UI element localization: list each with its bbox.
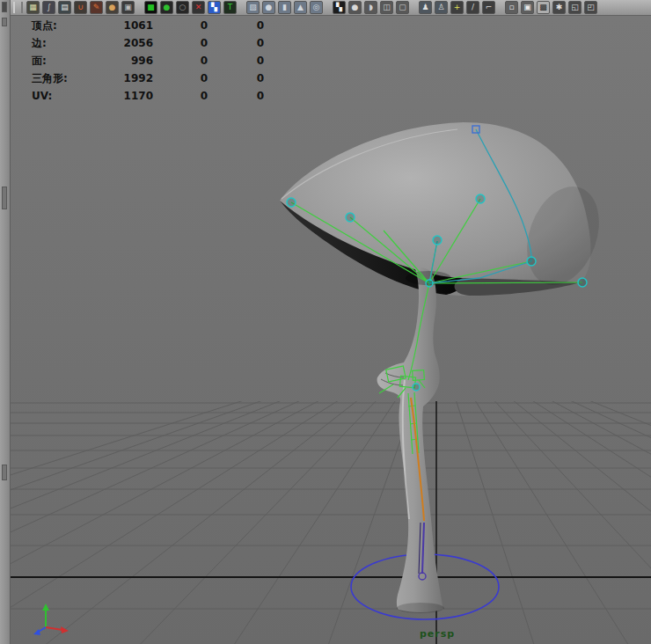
poly-sphere-icon[interactable]: ● [262,1,275,14]
blue-checker-icon[interactable]: ▚ [208,1,221,14]
poly-cube-icon[interactable]: ▧ [246,1,260,14]
toolbar-separator [326,1,330,14]
hud-value: 0 [153,72,208,84]
stamp-tool-icon[interactable]: ▣ [121,1,135,14]
shelf-toolbar: ▦∫▤∪✎●▣■●○✕▚T▧●▮▲◎▚●◗◫▢♟♙+/⌐▫▣▩✱◱◰ [11,0,651,16]
hud-value: 0 [208,72,264,84]
hud-value: 2056 [99,37,153,49]
half-dome-icon[interactable]: ◗ [364,1,377,14]
hud-value: 1170 [99,90,153,102]
mushroom-stem[interactable] [377,267,443,612]
bone-chain-icon[interactable]: / [466,1,479,14]
ik-handle-icon[interactable]: ⌐ [482,1,495,14]
bevel-cube-icon[interactable]: ▢ [396,1,409,14]
toolbar-separator [239,1,244,14]
curve-tool-icon[interactable]: ∫ [42,1,55,14]
character-model-icon[interactable]: ♟ [419,1,432,14]
view-axis-indicator [33,604,69,635]
hud-row: 三角形:199200 [32,70,264,87]
perspective-viewport[interactable]: 顶点:106100边:205600面:99600三角形:199200UV:117… [11,16,651,644]
hud-row: 面:99600 [32,52,264,70]
checker-texture-icon[interactable]: ▚ [333,1,346,14]
toolbar-separator [412,1,416,14]
camera-label[interactable]: persp [420,628,455,640]
poly-cone-icon[interactable]: ▲ [294,1,307,14]
x-axis-arrow [46,626,69,633]
shaded-sphere-icon[interactable]: ● [160,1,173,14]
hud-value: 0 [208,37,264,49]
hud-value: 1061 [99,19,153,32]
poly-torus-icon[interactable]: ◎ [310,1,323,14]
toolbar-separator [498,1,502,14]
hud-label: 顶点: [32,18,99,33]
mirror-geometry-icon[interactable]: ◫ [380,1,393,14]
text-tool-icon[interactable]: T [223,1,237,14]
render-view-icon[interactable]: ■ [144,1,157,14]
hud-value: 0 [153,90,208,102]
hud-label: 边: [32,36,99,51]
hud-row: UV:117000 [32,87,264,105]
smooth-sphere-icon[interactable]: ● [348,1,362,14]
hud-value: 0 [208,19,264,32]
main-column: ▦∫▤∪✎●▣■●○✕▚T▧●▮▲◎▚●◗◫▢♟♙+/⌐▫▣▩✱◱◰ [11,0,651,644]
delete-history-icon[interactable]: ✕ [192,1,205,14]
toolbar-separator [137,1,142,14]
strip-mark [2,187,7,209]
y-axis-arrow [42,604,49,627]
character-pose-icon[interactable]: ♙ [435,1,448,14]
world-axes [11,401,651,644]
hud-value: 1992 [99,72,153,84]
poly-cylinder-icon[interactable]: ▮ [278,1,291,14]
strip-top-icon[interactable] [2,2,7,12]
viewport-canvas [11,16,651,644]
hud-row: 顶点:106100 [32,17,264,34]
hud-value: 0 [153,55,208,67]
small-cube-icon[interactable]: ▫ [505,1,518,14]
hud-label: 三角形: [32,71,99,86]
z-axis-arrow [33,627,46,635]
toolbar-grip-handle[interactable] [13,2,23,13]
stacked-cubes-icon[interactable]: ▣ [521,1,534,14]
magnet-snap-icon[interactable]: ∪ [74,1,87,14]
hud-value: 0 [208,55,264,67]
grid-pattern-icon[interactable]: ▩ [537,1,550,14]
hud-row: 边:205600 [32,34,264,52]
sculpt-tool-icon[interactable]: ● [106,1,119,14]
page-icon[interactable]: ▤ [58,1,71,14]
poly-count-hud: 顶点:106100边:205600面:99600三角形:199200UV:117… [32,17,264,105]
export-box-icon[interactable]: ◱ [568,1,582,14]
hud-value: 0 [153,19,208,32]
hud-label: 面: [32,54,99,69]
maya-window: ▦∫▤∪✎●▣■●○✕▚T▧●▮▲◎▚●◗◫▢♟♙+/⌐▫▣▩✱◱◰ [0,0,651,644]
left-panel-strip[interactable] [0,0,11,644]
paint-brush-icon[interactable]: ✎ [90,1,103,14]
foot-shadow [397,603,444,613]
lattice-tool-icon[interactable]: ▦ [26,1,40,14]
strip-mark [2,18,7,26]
ground-grid [11,339,651,644]
scene-save-icon[interactable]: ◰ [584,1,597,14]
toolbar-icons: ▦∫▤∪✎●▣■●○✕▚T▧●▮▲◎▚●◗◫▢♟♙+/⌐▫▣▩✱◱◰ [26,1,597,14]
hud-value: 996 [99,55,153,67]
hud-value: 0 [208,90,264,102]
strip-mark [2,465,7,480]
hud-label: UV: [32,90,99,102]
skeleton-joint-icon[interactable]: + [450,1,464,14]
wire-sphere-icon[interactable]: ○ [176,1,189,14]
gear-settings-icon[interactable]: ✱ [552,1,566,14]
hud-value: 0 [153,37,208,49]
